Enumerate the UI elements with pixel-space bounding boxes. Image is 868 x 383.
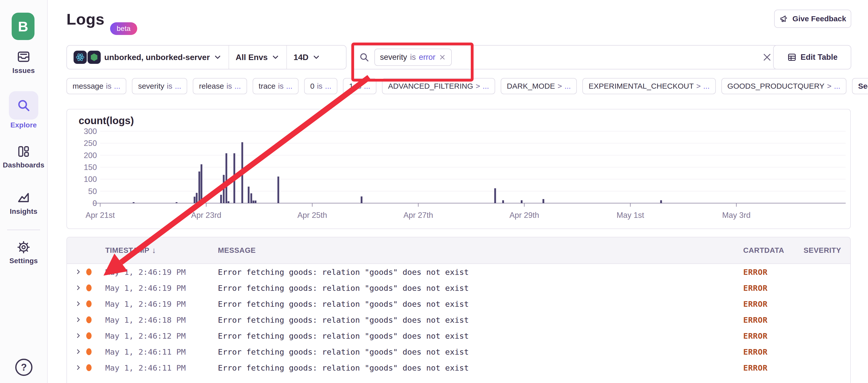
token-remove-icon[interactable] [439,54,446,61]
log-cartdata: ERROR [743,280,768,296]
help-button[interactable]: ? [15,359,32,376]
chip-operator: is [167,82,173,91]
settings-icon [16,239,32,255]
log-message: Error fetching goods: relation "goods" d… [218,328,469,344]
chip-key: ADVANCED_FILTERING [388,82,473,91]
filter-chip-severity[interactable]: severityis... [132,78,187,94]
expand-chevron-icon[interactable] [74,364,82,371]
filter-chip-experimental_checkout[interactable]: EXPERIMENTAL_CHECKOUT>... [582,78,716,94]
sidebar-item-explore[interactable]: Explore [0,91,47,129]
filter-chip-goods_productquery[interactable]: GOODS_PRODUCTQUERY>... [721,78,846,94]
log-message: Error fetching goods: relation "goods" d… [218,296,469,312]
give-feedback-label: Give Feedback [793,14,846,23]
chip-value: ... [325,82,331,91]
give-feedback-button[interactable]: Give Feedback [774,10,851,28]
chip-operator: > [475,82,480,91]
column-header-message[interactable]: MESSAGE [218,237,256,264]
log-message: Error fetching goods: relation "goods" d… [218,280,469,296]
chevron-down-icon [312,53,321,62]
logs-bar-chart: 050100150200250300Apr 21stApr 23rdApr 25… [67,109,850,229]
log-search-input[interactable]: severity is error [351,45,778,69]
expand-chevron-icon[interactable] [74,284,82,291]
column-header-severity[interactable]: SEVERITY [804,237,841,264]
chip-operator: > [827,82,832,91]
token-value: error [419,53,435,62]
svg-text:50: 50 [88,187,97,196]
token-key: severity [380,53,407,62]
expand-chevron-icon[interactable] [74,348,82,355]
sidebar-item-settings[interactable]: Settings [0,239,47,265]
filter-chip-release[interactable]: releaseis... [193,78,247,94]
sidebar-item-dashboards[interactable]: Dashboards [0,143,47,169]
chip-key: DARK_MODE [507,82,555,91]
chip-key: 0 [310,82,314,91]
search-filter-token[interactable]: severity is error [374,49,452,66]
svg-text:May 1st: May 1st [617,211,644,220]
sidebar-item-label: Settings [0,257,47,265]
log-row[interactable]: May 1, 2:46:11 PMError fetching goods: r… [67,344,850,360]
severity-dot [86,301,92,307]
severity-dot [86,269,92,275]
log-timestamp: May 1, 2:46:19 PM [105,296,186,312]
chip-value: ... [564,82,571,91]
filter-chip-dark_mode[interactable]: DARK_MODE>... [501,78,577,94]
log-timestamp: May 1, 2:46:11 PM [105,360,186,376]
log-timestamp: May 1, 2:46:12 PM [105,328,186,344]
column-header-cartdata[interactable]: CARTDATA [743,237,784,264]
log-row[interactable]: May 1, 2:46:19 PMError fetching goods: r… [67,264,850,280]
chip-value: ... [114,82,120,91]
expand-chevron-icon[interactable] [74,268,82,276]
chip-operator: is [106,82,112,91]
filter-chip-1[interactable]: 1is... [343,78,376,94]
environment-selector[interactable]: All Envs [228,45,286,69]
chip-key: trace [259,82,276,91]
filter-chip-advanced_filtering[interactable]: ADVANCED_FILTERING>... [382,78,495,94]
expand-chevron-icon[interactable] [74,332,82,340]
chevron-down-icon [271,53,280,62]
expand-chevron-icon[interactable] [74,316,82,323]
sidebar-divider [7,230,40,230]
filter-chip-0[interactable]: 0is... [304,78,337,94]
severity-dot [86,364,92,371]
log-row[interactable]: May 1, 2:46:11 PMError fetching goods: r… [67,360,850,376]
log-row[interactable]: May 1, 2:46:19 PMError fetching goods: r… [67,280,850,296]
chip-key: EXPERIMENTAL_CHECKOUT [588,82,694,91]
chip-operator: is [226,82,232,91]
filter-chip-trace[interactable]: traceis... [253,78,299,94]
log-row[interactable]: May 1, 2:46:19 PMError fetching goods: r… [67,296,850,312]
sidebar-item-insights[interactable]: Insights [0,189,47,216]
clear-search-icon[interactable] [759,49,775,65]
chip-key: GOODS_PRODUCTQUERY [727,82,825,91]
sidebar-item-issues[interactable]: Issues [0,49,47,75]
project-selector[interactable]: unborked, unborked-server [67,45,228,69]
node-platform-icon [88,51,101,64]
expand-chevron-icon[interactable] [74,300,82,308]
date-range-selector[interactable]: 14D [286,45,327,69]
chevron-down-icon [213,53,222,62]
log-cartdata: ERROR [743,312,768,328]
filter-chip-message[interactable]: messageis... [66,78,126,94]
log-row[interactable]: May 1, 2:46:12 PMError fetching goods: r… [67,328,850,344]
log-timestamp: May 1, 2:46:19 PM [105,280,186,296]
see-full-list-button[interactable]: See full list [852,78,868,94]
log-cartdata: ERROR [743,264,768,280]
log-message: Error fetching goods: relation "goods" d… [218,360,469,376]
sidebar-item-label: Insights [0,207,47,216]
dashboards-icon [16,143,32,160]
severity-dot [86,316,92,323]
log-cartdata: ERROR [743,296,768,312]
chip-value: ... [175,82,181,91]
issues-icon [16,49,32,65]
edit-table-label: Edit Table [801,53,838,62]
column-header-timestamp[interactable]: TIMESTAMP↓ [105,237,156,264]
svg-text:Apr 25th: Apr 25th [297,211,327,220]
edit-table-button[interactable]: Edit Table [773,45,851,69]
log-row[interactable]: May 1, 2:46:18 PMError fetching goods: r… [67,312,850,328]
org-avatar[interactable]: B [12,13,34,40]
svg-text:Apr 21st: Apr 21st [86,211,115,220]
sidebar-item-label: Dashboards [0,161,47,169]
project-platform-icons [73,51,101,64]
svg-text:Apr 27th: Apr 27th [403,211,433,220]
svg-text:Apr 23rd: Apr 23rd [191,211,221,220]
log-message: Error fetching goods: relation "goods" d… [218,264,469,280]
